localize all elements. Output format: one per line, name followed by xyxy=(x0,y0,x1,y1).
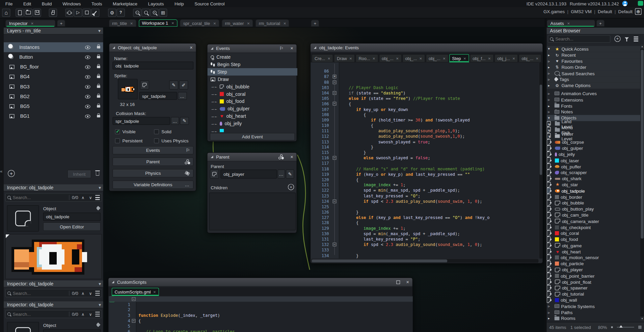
target-icon[interactable]: ⊕ xyxy=(635,8,641,15)
close-icon[interactable] xyxy=(373,56,375,61)
save-project-button[interactable] xyxy=(33,8,41,17)
close-icon[interactable] xyxy=(420,56,422,61)
target-config[interactable]: Default xyxy=(618,9,633,14)
sprite-browse-button[interactable] xyxy=(178,92,187,100)
checkbox[interactable] xyxy=(115,138,120,143)
asset-tree-row[interactable]: ★ obj_star xyxy=(547,182,551,188)
mask-select-field[interactable]: spr_tadpole xyxy=(112,117,170,125)
close-icon[interactable] xyxy=(130,21,133,26)
asset-tree-row[interactable]: ▾ ★ Quick Access xyxy=(547,46,640,52)
window-titlebar[interactable]: CustomScripts xyxy=(108,278,412,287)
checkbox[interactable] xyxy=(154,129,159,134)
window-titlebar[interactable]: obj_tadpole: Events xyxy=(311,44,543,52)
menu-icon[interactable] xyxy=(95,195,100,200)
target-config[interactable]: Default xyxy=(598,9,616,14)
asset-tree-row[interactable]: ▸ ⇅ Room Order xyxy=(547,64,640,70)
object-section-button[interactable]: Events xyxy=(112,146,193,154)
asset-tree-row[interactable]: obj_scrapper xyxy=(547,169,551,175)
tab-inspector[interactable]: Inspector xyxy=(5,20,55,27)
clean-button[interactable] xyxy=(91,8,99,17)
event-code-tab[interactable]: Draw xyxy=(334,54,355,62)
asset-tree-row[interactable]: obj_shark xyxy=(547,175,551,182)
asset-tree-row[interactable]: ▹ Paths xyxy=(547,309,640,315)
lock-icon[interactable] xyxy=(97,56,100,58)
tree-arrow-icon[interactable]: ▸ xyxy=(547,128,552,132)
asset-tree-row[interactable]: obj_button_play xyxy=(547,206,551,212)
close-icon[interactable] xyxy=(213,21,216,26)
asset-tree-row[interactable]: ▹ Notes xyxy=(547,109,640,115)
gml-code-editor[interactable]: 86 87 // Player Dash Logic 88 if (state … xyxy=(311,62,539,259)
layer-row[interactable]: BG3 xyxy=(4,82,104,91)
open-project-button[interactable] xyxy=(24,8,32,17)
lock-icon[interactable] xyxy=(97,115,100,117)
menu-icon[interactable] xyxy=(634,36,638,42)
new-workspace-button[interactable]: + xyxy=(311,20,319,27)
fold-toggle[interactable] xyxy=(333,75,337,79)
asset-tree-row[interactable]: obj_wall xyxy=(547,297,551,303)
close-icon[interactable] xyxy=(567,21,570,26)
run-button[interactable]: ▷ xyxy=(74,8,82,17)
laptop-mode-button[interactable]: ⊞ xyxy=(159,8,167,17)
close-icon[interactable] xyxy=(396,56,399,61)
lock-icon[interactable] xyxy=(97,66,100,68)
menu-icon[interactable] xyxy=(95,312,100,317)
asset-tree-row[interactable]: obj_puffer xyxy=(547,163,551,169)
add-asset-icon[interactable] xyxy=(614,36,620,42)
workspace-tab[interactable]: rm_water xyxy=(222,19,253,27)
scroll-up-icon[interactable]: ▲ xyxy=(640,44,644,49)
asset-tree-row[interactable]: obj_checkpoint xyxy=(547,224,551,230)
debug-button[interactable] xyxy=(65,8,73,17)
checkbox[interactable] xyxy=(154,138,159,143)
zoom-out-button[interactable]: − xyxy=(133,8,141,17)
trash-icon[interactable] xyxy=(96,172,100,176)
workspace-tab[interactable]: rm_title xyxy=(109,19,136,27)
target-config[interactable]: GMS2 VM xyxy=(571,9,595,14)
open-editor-button[interactable]: Open Editor xyxy=(43,223,101,231)
tree-arrow-icon[interactable]: ▹ xyxy=(547,77,551,81)
close-icon[interactable] xyxy=(349,56,352,61)
tree-arrow-icon[interactable]: ▸ xyxy=(547,65,551,69)
asset-tree-row[interactable]: ♥ obj_heart xyxy=(547,249,551,255)
asset-browser-header[interactable]: Asset Browser xyxy=(547,28,644,35)
asset-tree-row[interactable]: obj_gulper xyxy=(547,145,551,151)
event-code-tab[interactable]: Roo... xyxy=(356,54,378,62)
layer-row[interactable]: Instances xyxy=(4,42,104,52)
asset-tree-row[interactable]: ▹ Tags xyxy=(547,76,640,82)
menu-item[interactable]: Tools xyxy=(86,1,107,6)
new-project-button[interactable] xyxy=(16,8,24,17)
user-avatar[interactable] xyxy=(622,1,628,6)
window-titlebar[interactable]: Events xyxy=(208,44,297,53)
edit-image-button[interactable]: ✐ xyxy=(179,81,188,90)
target-manager-button[interactable] xyxy=(49,8,57,17)
home-button[interactable]: ⌂ xyxy=(2,8,10,17)
tree-arrow-icon[interactable]: ▸ xyxy=(547,83,551,87)
object-name-input[interactable] xyxy=(112,62,193,70)
event-code-tab[interactable]: obj_... xyxy=(379,54,402,62)
filter-icon[interactable] xyxy=(625,37,629,39)
asset-tree-row[interactable]: ▾ Objects xyxy=(547,115,640,121)
slider-handle[interactable] xyxy=(619,325,623,328)
asset-tree-row[interactable]: obj_corpse xyxy=(547,139,551,145)
tree-arrow-icon[interactable]: ▹ xyxy=(547,71,551,75)
preferences-button[interactable]: ⚙ xyxy=(108,8,116,17)
tree-arrow-icon[interactable]: ▾ xyxy=(547,47,551,51)
menu-item[interactable]: Edit xyxy=(18,1,36,6)
visibility-eye-icon[interactable] xyxy=(85,94,90,98)
scrollbar-thumb[interactable] xyxy=(540,85,542,175)
asset-tree-row[interactable]: obj_tadpole xyxy=(547,188,551,194)
close-icon[interactable] xyxy=(536,56,539,61)
maximize-icon[interactable] xyxy=(396,280,400,284)
event-code-tab[interactable]: obj_... xyxy=(426,54,448,62)
close-icon[interactable] xyxy=(247,21,250,26)
lock-icon[interactable] xyxy=(97,76,100,78)
asset-tree-row[interactable]: ▹ Saved Searches xyxy=(547,70,640,76)
help-button[interactable]: ? xyxy=(117,8,125,17)
menu-item[interactable]: Marketplace xyxy=(107,1,143,6)
zoom-slider[interactable] xyxy=(617,327,634,328)
tree-arrow-icon[interactable]: ▸ xyxy=(547,104,551,108)
parent-object-icon-button[interactable] xyxy=(210,170,219,179)
asset-tree-row[interactable]: ▸ ↻ Recent xyxy=(547,52,640,58)
asset-tree-row[interactable]: ▹ Extensions xyxy=(547,96,640,103)
event-row[interactable]: obj_jelly xyxy=(208,120,297,127)
fold-toggle[interactable] xyxy=(333,80,337,84)
